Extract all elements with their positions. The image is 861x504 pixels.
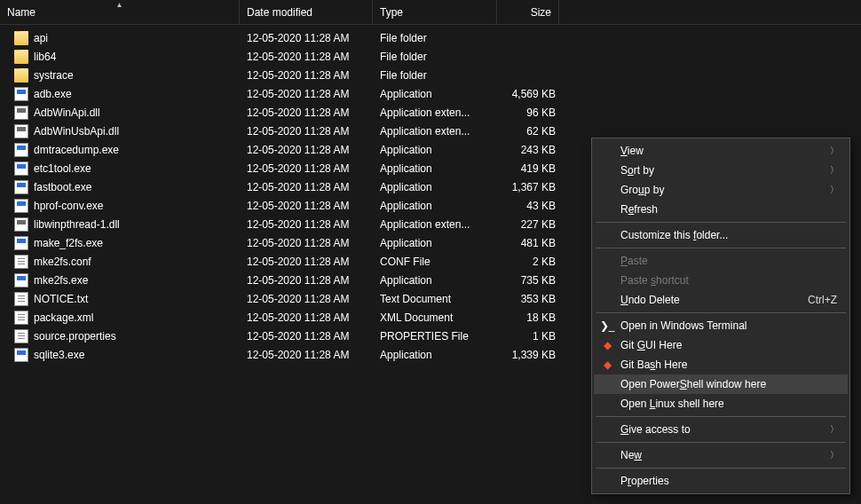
menu-undo-delete[interactable]: Undo Delete Ctrl+Z bbox=[594, 290, 848, 310]
menu-separator bbox=[596, 416, 846, 417]
menu-group-by-label: Group by bbox=[620, 184, 664, 196]
file-row[interactable]: systrace12-05-2020 11:28 AMFile folder bbox=[0, 66, 861, 84]
column-header-size[interactable]: Size bbox=[497, 0, 559, 24]
file-name: package.xml bbox=[34, 311, 93, 324]
exe-icon bbox=[14, 161, 28, 176]
menu-refresh[interactable]: Refresh bbox=[594, 200, 848, 219]
menu-customize-folder-label: Customize this folder... bbox=[620, 229, 728, 241]
file-size: 4,569 KB bbox=[497, 88, 559, 100]
file-type: Application bbox=[373, 237, 497, 249]
file-type: Application bbox=[373, 162, 497, 175]
file-row[interactable]: api12-05-2020 11:28 AMFile folder bbox=[0, 28, 861, 47]
file-type: File folder bbox=[373, 51, 497, 63]
menu-new[interactable]: New 〉 bbox=[594, 445, 848, 465]
file-type: Application exten... bbox=[373, 106, 497, 119]
menu-open-powershell-here[interactable]: Open PowerShell window here bbox=[594, 374, 848, 394]
exe-icon bbox=[14, 273, 28, 287]
file-size: 1,339 KB bbox=[497, 349, 559, 361]
folder-icon bbox=[14, 50, 28, 64]
file-size: 243 KB bbox=[497, 144, 559, 156]
file-date: 12-05-2020 11:28 AM bbox=[240, 237, 373, 249]
menu-refresh-label: Refresh bbox=[620, 203, 658, 216]
file-type: XML Document bbox=[373, 311, 497, 324]
menu-open-windows-terminal-label: Open in Windows Terminal bbox=[620, 319, 747, 332]
exe-icon bbox=[14, 87, 28, 101]
sort-ascending-icon: ▲ bbox=[116, 1, 123, 9]
file-name: make_f2fs.exe bbox=[34, 237, 103, 249]
file-date: 12-05-2020 11:28 AM bbox=[240, 256, 373, 268]
menu-group-by[interactable]: Group by 〉 bbox=[594, 180, 848, 200]
file-date: 12-05-2020 11:28 AM bbox=[240, 181, 373, 193]
file-name: AdbWinApi.dll bbox=[34, 106, 100, 119]
file-name: api bbox=[34, 32, 48, 44]
file-date: 12-05-2020 11:28 AM bbox=[240, 349, 373, 361]
menu-view-label: View bbox=[620, 145, 644, 157]
file-type: Application bbox=[373, 144, 497, 156]
menu-git-bash-here-label: Git Bash Here bbox=[620, 358, 687, 371]
menu-separator bbox=[596, 248, 846, 248]
dll-icon bbox=[14, 124, 28, 138]
file-date: 12-05-2020 11:28 AM bbox=[240, 200, 373, 212]
doc-icon bbox=[14, 292, 28, 306]
file-row[interactable]: AdbWinApi.dll12-05-2020 11:28 AMApplicat… bbox=[0, 103, 861, 122]
file-date: 12-05-2020 11:28 AM bbox=[240, 144, 373, 156]
menu-separator bbox=[596, 442, 846, 443]
folder-icon bbox=[14, 31, 28, 45]
file-date: 12-05-2020 11:28 AM bbox=[240, 51, 373, 63]
file-date: 12-05-2020 11:28 AM bbox=[240, 125, 373, 138]
column-header-name[interactable]: Name ▲ bbox=[0, 0, 240, 24]
column-header-name-label: Name bbox=[7, 6, 36, 19]
file-type: Application exten... bbox=[373, 125, 497, 138]
file-type: Text Document bbox=[373, 293, 497, 305]
menu-sort-by-label: Sort by bbox=[620, 164, 654, 177]
menu-open-powershell-here-label: Open PowerShell window here bbox=[620, 378, 766, 390]
file-type: Application exten... bbox=[373, 218, 497, 231]
file-date: 12-05-2020 11:28 AM bbox=[240, 88, 373, 100]
column-header-type[interactable]: Type bbox=[373, 0, 497, 24]
file-type: Application bbox=[373, 200, 497, 212]
file-name: lib64 bbox=[34, 51, 56, 63]
menu-undo-delete-label: Undo Delete bbox=[620, 294, 680, 306]
chevron-right-icon: 〉 bbox=[830, 423, 839, 436]
exe-icon bbox=[14, 199, 28, 213]
file-name: systrace bbox=[34, 69, 74, 82]
menu-view[interactable]: View 〉 bbox=[594, 141, 848, 161]
file-date: 12-05-2020 11:28 AM bbox=[240, 293, 373, 305]
file-date: 12-05-2020 11:28 AM bbox=[240, 311, 373, 324]
file-date: 12-05-2020 11:28 AM bbox=[240, 32, 373, 44]
file-type: Application bbox=[373, 274, 497, 287]
exe-icon bbox=[14, 236, 28, 250]
file-row[interactable]: lib6412-05-2020 11:28 AMFile folder bbox=[0, 47, 861, 66]
file-size: 62 KB bbox=[497, 125, 559, 138]
folder-icon bbox=[14, 68, 28, 83]
menu-separator bbox=[596, 468, 846, 469]
menu-give-access-to[interactable]: Give access to 〉 bbox=[594, 420, 848, 439]
file-date: 12-05-2020 11:28 AM bbox=[240, 69, 373, 82]
chevron-right-icon: 〉 bbox=[830, 449, 839, 461]
file-size: 96 KB bbox=[497, 106, 559, 119]
menu-open-linux-shell-here[interactable]: Open Linux shell here bbox=[594, 394, 848, 413]
file-type: PROPERTIES File bbox=[373, 330, 497, 343]
file-name: libwinpthread-1.dll bbox=[34, 218, 120, 231]
menu-paste: Paste bbox=[594, 251, 848, 271]
menu-undo-shortcut: Ctrl+Z bbox=[808, 294, 837, 306]
menu-git-gui-here[interactable]: ◆ Git GUI Here bbox=[594, 335, 848, 355]
context-menu: View 〉 Sort by 〉 Group by 〉 Refresh Cust… bbox=[591, 138, 850, 494]
menu-sort-by[interactable]: Sort by 〉 bbox=[594, 161, 848, 180]
exe-icon bbox=[14, 348, 28, 362]
exe-icon bbox=[14, 180, 28, 194]
column-header-date[interactable]: Date modified bbox=[240, 0, 373, 24]
menu-open-windows-terminal[interactable]: ❯_ Open in Windows Terminal bbox=[594, 316, 848, 335]
menu-git-bash-here[interactable]: ◆ Git Bash Here bbox=[594, 355, 848, 374]
menu-paste-label: Paste bbox=[620, 255, 648, 267]
menu-paste-shortcut: Paste shortcut bbox=[594, 271, 848, 290]
file-type: CONF File bbox=[373, 256, 497, 268]
file-name: mke2fs.exe bbox=[34, 274, 88, 287]
menu-customize-folder[interactable]: Customize this folder... bbox=[594, 225, 848, 245]
git-icon: ◆ bbox=[600, 338, 614, 352]
file-name: dmtracedump.exe bbox=[34, 144, 119, 156]
menu-properties[interactable]: Properties bbox=[594, 471, 848, 491]
file-row[interactable]: adb.exe12-05-2020 11:28 AMApplication4,5… bbox=[0, 84, 861, 103]
column-header-type-label: Type bbox=[380, 6, 403, 19]
file-date: 12-05-2020 11:28 AM bbox=[240, 106, 373, 119]
